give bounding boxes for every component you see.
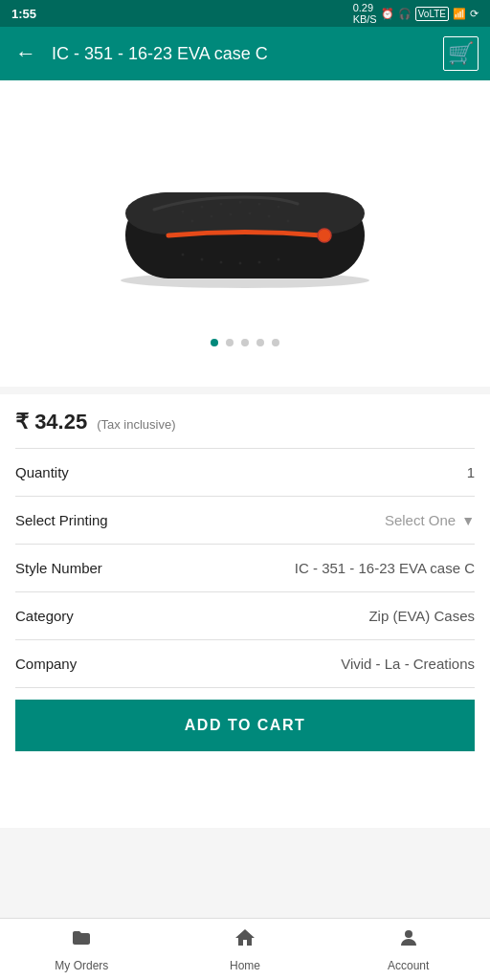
product-image-section (0, 80, 490, 387)
category-value: Zip (EVA) Cases (368, 608, 475, 624)
chevron-down-icon: ▼ (461, 513, 475, 528)
svg-point-21 (278, 258, 280, 261)
product-info-section: ₹ 34.25 (Tax inclusive) Quantity 1 Selec… (0, 394, 490, 751)
status-bar: 1:55 0.29 KB/S ⏰ 🎧 VoLTE 📶 ⟳ (0, 0, 490, 27)
headphone-icon: 🎧 (398, 8, 412, 20)
dot-3 (241, 339, 249, 346)
add-to-cart-button[interactable]: ADD TO CART (15, 700, 475, 751)
signal-icon: 📶 (453, 8, 466, 20)
category-label: Category (15, 608, 74, 624)
toolbar: ← IC - 351 - 16-23 EVA case C 🛒 (0, 27, 490, 80)
nav-my-orders-label: My Orders (55, 959, 108, 972)
nav-account[interactable]: Account (326, 919, 490, 980)
dot-1 (211, 339, 218, 346)
folder-icon (70, 926, 93, 955)
product-image-container (101, 130, 389, 322)
nav-home[interactable]: Home (164, 919, 327, 980)
svg-point-13 (249, 212, 252, 215)
svg-point-8 (258, 203, 261, 206)
company-label: Company (15, 656, 77, 672)
quantity-value: 1 (467, 464, 475, 480)
home-icon (234, 926, 256, 955)
style-number-row: Style Number IC - 351 - 16-23 EVA case C (15, 545, 475, 592)
battery-icon: ⟳ (470, 8, 479, 20)
quantity-row: Quantity 1 (15, 449, 475, 497)
svg-point-12 (230, 213, 233, 216)
svg-point-3 (318, 229, 331, 242)
svg-point-22 (405, 930, 412, 938)
cart-icon: 🛒 (448, 41, 474, 65)
spacer (0, 751, 490, 828)
status-time: 1:55 (11, 7, 36, 21)
status-icons: 0.29 KB/S ⏰ 🎧 VoLTE 📶 ⟳ (353, 2, 479, 25)
person-icon (397, 926, 420, 955)
product-price: ₹ 34.25 (15, 410, 87, 434)
svg-point-9 (278, 206, 280, 209)
company-row: Company Vivid - La - Creations (15, 640, 475, 688)
dot-4 (256, 339, 264, 346)
nav-my-orders[interactable]: My Orders (0, 919, 164, 980)
style-number-label: Style Number (15, 560, 102, 576)
svg-point-11 (211, 215, 213, 218)
svg-point-17 (201, 258, 204, 261)
svg-point-7 (239, 201, 242, 204)
dot-2 (226, 339, 234, 346)
svg-point-5 (201, 206, 204, 209)
select-printing-value[interactable]: Select One ▼ (385, 512, 475, 528)
svg-point-19 (239, 262, 242, 265)
select-printing-label: Select Printing (15, 512, 108, 528)
alarm-icon: ⏰ (381, 8, 394, 20)
svg-point-14 (268, 215, 271, 218)
image-dots-indicator (211, 339, 279, 346)
svg-point-6 (220, 203, 223, 206)
quantity-label: Quantity (15, 464, 69, 480)
style-number-value: IC - 351 - 16-23 EVA case C (295, 560, 475, 576)
svg-point-20 (258, 261, 261, 264)
back-button[interactable]: ← (11, 37, 40, 70)
company-value: Vivid - La - Creations (341, 656, 475, 672)
data-speed: 0.29 KB/S (353, 2, 377, 25)
svg-rect-2 (125, 192, 365, 234)
price-row: ₹ 34.25 (Tax inclusive) (15, 410, 475, 449)
svg-point-16 (182, 254, 185, 256)
cart-button[interactable]: 🛒 (443, 36, 479, 71)
volte-badge: VoLTE (415, 7, 449, 21)
product-image (106, 164, 384, 288)
dot-5 (272, 339, 279, 346)
tax-info: (Tax inclusive) (97, 417, 175, 432)
svg-point-15 (287, 220, 290, 223)
nav-home-label: Home (230, 959, 260, 972)
svg-point-4 (182, 211, 185, 213)
svg-point-10 (191, 220, 194, 223)
nav-account-label: Account (388, 959, 429, 972)
category-row: Category Zip (EVA) Cases (15, 592, 475, 640)
svg-point-18 (220, 261, 223, 264)
select-printing-row[interactable]: Select Printing Select One ▼ (15, 497, 475, 545)
bottom-nav: My Orders Home Account (0, 918, 490, 980)
page-title: IC - 351 - 16-23 EVA case C (52, 44, 432, 64)
